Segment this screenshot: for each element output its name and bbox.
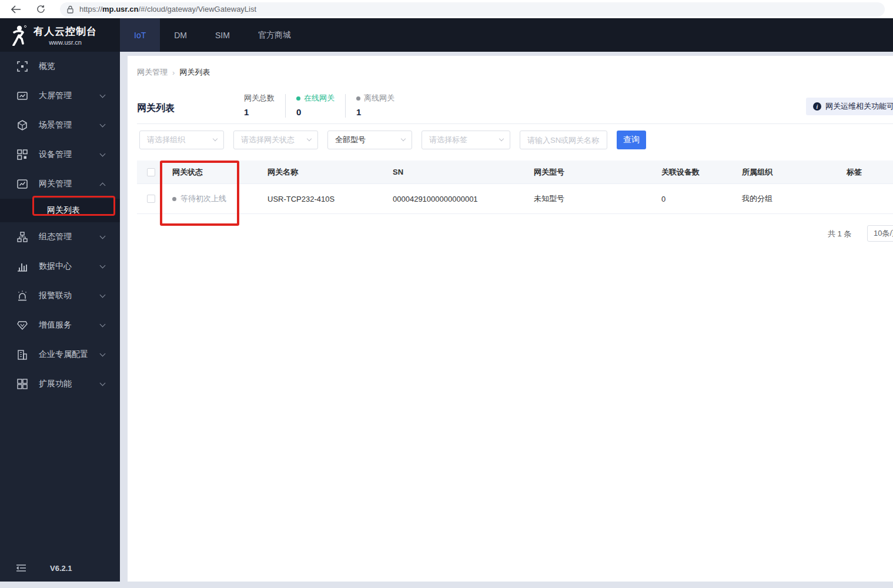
query-button[interactable]: 查询: [617, 131, 646, 149]
chevron-down-icon: [307, 136, 312, 141]
table-header-row: 网关状态 网关名称 SN 网关型号 关联设备数 所属组织 标签: [137, 161, 893, 184]
tag-select-placeholder: 请选择标签: [429, 135, 467, 145]
col-gateway-model: 网关型号: [527, 167, 654, 178]
page-size-select[interactable]: 10条/页: [867, 225, 893, 242]
sidebar-item-device-mgmt[interactable]: 设备管理: [0, 140, 120, 169]
big-screen-icon: [16, 91, 28, 102]
tag-select[interactable]: 请选择标签: [422, 131, 510, 149]
sidebar-item-enterprise-config[interactable]: 企业专属配置: [0, 340, 120, 369]
sidebar-item-label: 扩展功能: [39, 379, 72, 389]
browser-back-button[interactable]: [7, 2, 25, 17]
gateway-status-select[interactable]: 请选择网关状态: [233, 131, 318, 149]
stat-online-label: 在线网关: [304, 93, 335, 103]
col-sn: SN: [386, 168, 527, 176]
gateway-stats: 网关总数 1 在线网关 0 离线网关 1: [233, 93, 405, 118]
model-select[interactable]: 全部型号: [327, 131, 412, 149]
sidebar-item-label: 大屏管理: [39, 91, 72, 101]
cell-gateway-model: 未知型号: [527, 193, 654, 204]
sidebar-item-scada-mgmt[interactable]: 组态管理: [0, 222, 120, 252]
status-select-placeholder: 请选择网关状态: [241, 135, 295, 145]
table-row[interactable]: 等待初次上线 USR-TCP232-410S 00004291000000000…: [137, 184, 893, 214]
extensions-grid-icon: [16, 379, 28, 390]
sidebar-item-screen-mgmt[interactable]: 大屏管理: [0, 81, 120, 111]
breadcrumb-separator: ›: [172, 68, 175, 77]
chevron-down-icon: [499, 136, 504, 141]
page-title: 网关列表: [137, 102, 175, 115]
sidebar-item-data-center[interactable]: 数据中心: [0, 252, 120, 281]
stat-total-value: 1: [244, 107, 275, 117]
total-count-label: 共 1 条: [828, 229, 851, 239]
chevron-down-icon: [401, 136, 406, 141]
sidebar-item-scene-mgmt[interactable]: 场景管理: [0, 111, 120, 140]
col-org: 所属组织: [735, 167, 840, 178]
sidebar: 概览 大屏管理 场景管理 设备管理 网关管理 网关列表 组态管理: [0, 52, 120, 582]
col-tag: 标签: [840, 167, 893, 178]
cell-gateway-status: 等待初次上线: [180, 193, 226, 204]
sidebar-item-gateway-mgmt[interactable]: 网关管理: [0, 169, 120, 199]
address-bar[interactable]: https://mp.usr.cn/#/cloud/gateway/ViewGa…: [60, 2, 885, 16]
breadcrumb-parent[interactable]: 网关管理: [137, 67, 168, 78]
logo[interactable]: 有人云控制台 www.usr.cn: [0, 18, 120, 52]
chevron-down-icon: [100, 263, 106, 269]
stat-offline-value: 1: [356, 107, 394, 117]
cell-org: 我的分组: [735, 193, 840, 204]
chevron-up-icon: [100, 182, 106, 188]
select-all-checkbox[interactable]: [147, 168, 155, 176]
chevron-down-icon: [100, 380, 106, 386]
page-size-value: 10条/页: [874, 228, 893, 239]
browser-bar: https://mp.usr.cn/#/cloud/gateway/ViewGa…: [0, 0, 893, 18]
section-divider: [137, 123, 893, 124]
chevron-down-icon: [100, 233, 106, 239]
org-select[interactable]: 请选择组织: [139, 131, 224, 149]
sidebar-item-label: 概览: [39, 61, 55, 72]
tab-dm[interactable]: DM: [160, 18, 201, 52]
stat-offline-label: 离线网关: [364, 93, 394, 103]
chevron-down-icon: [100, 351, 106, 357]
col-device-count: 关联设备数: [654, 167, 735, 178]
stat-online: 在线网关 0: [286, 93, 345, 118]
tab-official-store[interactable]: 官方商城: [244, 18, 305, 52]
sidebar-item-label: 企业专属配置: [39, 349, 88, 360]
pagination: 共 1 条 10条/页: [137, 225, 893, 242]
notice-text: 网关运维相关功能可: [825, 101, 893, 112]
chevron-down-icon: [100, 322, 106, 328]
sidebar-item-label: 设备管理: [39, 149, 72, 160]
info-icon: i: [813, 102, 821, 111]
sidebar-item-alarm-linkage[interactable]: 报警联动: [0, 281, 120, 310]
sidebar-item-extensions[interactable]: 扩展功能: [0, 369, 120, 399]
scada-blocks-icon: [16, 232, 28, 243]
cell-sn: 00004291000000000001: [386, 195, 527, 203]
col-gateway-name: 网关名称: [260, 167, 386, 178]
sidebar-item-value-added[interactable]: 增值服务: [0, 310, 120, 340]
content-panel: 网关管理 › 网关列表 网关列表 网关总数 1 在线网关 0 离线网关 1 i …: [128, 56, 893, 582]
chevron-down-icon: [213, 136, 218, 141]
stat-online-value: 0: [296, 107, 335, 117]
tab-iot[interactable]: IoT: [120, 18, 160, 52]
sidebar-item-label: 报警联动: [39, 290, 72, 301]
sn-search-input[interactable]: [520, 131, 607, 149]
app-subtitle: www.usr.cn: [34, 39, 97, 46]
chevron-down-icon: [100, 292, 106, 298]
browser-refresh-button[interactable]: [32, 2, 49, 17]
bar-chart-icon: [16, 261, 28, 272]
tab-sim[interactable]: SIM: [201, 18, 244, 52]
offline-dot-icon: [356, 96, 360, 101]
url-text: https://mp.usr.cn/#/cloud/gateway/ViewGa…: [79, 5, 256, 14]
breadcrumb: 网关管理 › 网关列表: [137, 67, 210, 78]
app-title: 有人云控制台: [34, 25, 97, 38]
sidebar-subitem-gateway-list[interactable]: 网关列表: [0, 199, 120, 222]
sidebar-item-label: 网关管理: [39, 179, 72, 189]
ops-notice-banner[interactable]: i 网关运维相关功能可: [806, 98, 893, 115]
row-checkbox[interactable]: [147, 195, 155, 203]
stat-offline: 离线网关 1: [346, 93, 405, 118]
gem-shield-icon: [16, 320, 28, 331]
sidebar-item-label: 增值服务: [39, 320, 72, 330]
stat-total-label: 网关总数: [244, 93, 275, 103]
sidebar-item-label: 数据中心: [39, 261, 72, 272]
col-gateway-status: 网关状态: [165, 167, 260, 178]
sidebar-collapse-icon[interactable]: [16, 564, 26, 572]
sidebar-item-overview[interactable]: 概览: [0, 52, 120, 81]
org-select-placeholder: 请选择组织: [147, 135, 185, 145]
scene-cube-icon: [16, 120, 28, 131]
lock-icon: [67, 5, 73, 14]
